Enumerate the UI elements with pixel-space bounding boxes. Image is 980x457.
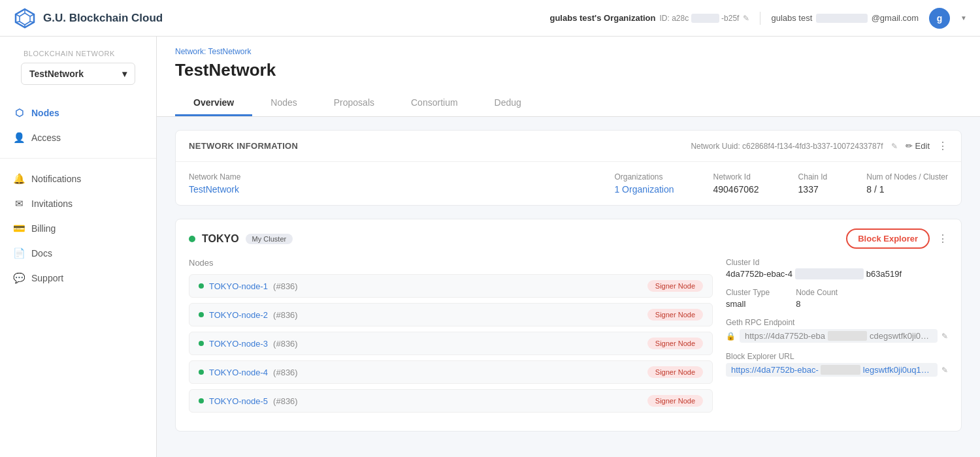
logo-text: G.U. Blockchain Cloud — [43, 12, 163, 25]
sidebar-item-billing[interactable]: 💳 Billing — [0, 216, 156, 241]
node-status-dot — [199, 370, 204, 375]
cluster-card: TOKYO My Cluster Block Explorer ⋮ Nodes — [175, 219, 962, 432]
node-name[interactable]: TOKYO-node-5 — [209, 396, 268, 406]
node-status-dot — [199, 341, 204, 346]
sidebar-item-nodes[interactable]: ⬡ Nodes — [0, 101, 156, 125]
copy-org-id-icon[interactable]: ✎ — [743, 14, 749, 23]
block-explorer-url-endpoint: https://4da7752b-ebac- ████ legswtfk0ji0… — [726, 363, 948, 377]
signer-badge: Signer Node — [647, 338, 703, 349]
sidebar-item-docs[interactable]: 📄 Docs — [0, 241, 156, 266]
user-name: gulabs test — [771, 13, 812, 23]
avatar[interactable]: g — [929, 8, 950, 29]
node-status-dot — [199, 398, 204, 403]
sidebar: Blockchain Network TestNetwork ▾ ⬡ Nodes… — [0, 37, 157, 457]
tab-overview[interactable]: Overview — [175, 91, 252, 116]
node-row: TOKYO-node-2 (#836) Signer Node — [189, 303, 713, 326]
cluster-id-blur: ████████ — [795, 268, 864, 279]
node-status-dot — [199, 283, 204, 289]
node-block: (#836) — [273, 396, 298, 406]
pencil-icon: ✏ — [906, 141, 913, 151]
more-options-button[interactable]: ⋮ — [938, 140, 948, 152]
geth-rpc-label: Geth RPC Endpoint — [726, 318, 948, 327]
credit-card-icon: 💳 — [13, 223, 25, 234]
network-info-title: Network Information — [189, 141, 298, 151]
user-menu-chevron-icon[interactable]: ▼ — [960, 14, 967, 22]
network-name-value: TestNetwork — [189, 184, 614, 195]
node-block: (#836) — [273, 310, 298, 320]
signer-badge: Signer Node — [647, 366, 703, 378]
copy-block-explorer-url-icon[interactable]: ✎ — [941, 366, 948, 375]
cluster-name: TOKYO — [202, 233, 239, 245]
cluster-more-options-button[interactable]: ⋮ — [938, 232, 948, 245]
org-stat-label: Organizations — [614, 172, 674, 181]
chain-id-value: 1337 — [798, 184, 828, 195]
network-info-card: Network Information Network Uuid: c62868… — [175, 130, 962, 206]
sidebar-access-label: Access — [31, 133, 61, 143]
cluster-type-label: Cluster Type — [726, 288, 770, 297]
geth-rpc-endpoint: 🔒 https://4da7752b-eba ████ cdegswtfk0ji… — [726, 329, 948, 343]
block-explorer-url-label: Block Explorer URL — [726, 352, 948, 361]
cluster-status-dot — [189, 236, 195, 242]
block-explorer-url-value: https://4da7752b-ebac- ████ legswtfk0ji0… — [726, 363, 938, 377]
tab-nodes[interactable]: Nodes — [252, 91, 315, 116]
stat-chain-id: Chain Id 1337 — [798, 172, 828, 195]
bell-icon: 🔔 — [13, 173, 25, 185]
sidebar-support-label: Support — [31, 273, 63, 283]
node-name[interactable]: TOKYO-node-1 — [209, 281, 268, 291]
node-count-section: Node Count 8 — [796, 288, 838, 309]
tab-consortium[interactable]: Consortium — [393, 91, 476, 116]
org-id-blur: ████ — [691, 14, 719, 23]
sidebar-invitations-label: Invitations — [31, 198, 73, 209]
chain-id-label: Chain Id — [798, 172, 828, 181]
network-uuid: Network Uuid: c62868f4-f134-4fd3-b337-10… — [691, 142, 883, 151]
logo: G.U. Blockchain Cloud — [13, 7, 163, 30]
network-stats: Organizations 1 Organization Network Id … — [614, 172, 948, 195]
cluster-type-row: Cluster Type small Node Count 8 — [726, 288, 948, 309]
breadcrumb: Network: TestNetwork — [175, 47, 962, 56]
node-block: (#836) — [273, 339, 298, 349]
tab-debug[interactable]: Dedug — [476, 91, 540, 116]
node-name[interactable]: TOKYO-node-2 — [209, 310, 268, 320]
node-count-label: Node Count — [796, 288, 838, 297]
network-info-card-header: Network Information Network Uuid: c62868… — [176, 131, 961, 162]
sidebar-item-notifications[interactable]: 🔔 Notifications — [0, 166, 156, 191]
block-explorer-button[interactable]: Block Explorer — [846, 228, 930, 249]
node-name[interactable]: TOKYO-node-3 — [209, 339, 268, 349]
stat-num-nodes: Num of Nodes / Cluster 8 / 1 — [866, 172, 948, 195]
copy-geth-rpc-icon[interactable]: ✎ — [941, 332, 948, 341]
share-icon: ⬡ — [13, 107, 25, 119]
tab-proposals[interactable]: Proposals — [316, 91, 393, 116]
node-row: TOKYO-node-1 (#836) Signer Node — [189, 274, 713, 298]
node-row: TOKYO-node-3 (#836) Signer Node — [189, 332, 713, 355]
sidebar-notifications-label: Notifications — [31, 174, 81, 184]
geth-rpc-row: Geth RPC Endpoint 🔒 https://4da7752b-eba… — [726, 318, 948, 343]
copy-uuid-icon[interactable]: ✎ — [891, 142, 898, 151]
sidebar-separator — [0, 158, 156, 159]
node-block: (#836) — [273, 281, 298, 291]
signer-badge: Signer Node — [647, 395, 703, 407]
sidebar-item-support[interactable]: 💬 Support — [0, 266, 156, 291]
node-status-dot — [199, 312, 204, 317]
tabs: Overview Nodes Proposals Consortium Dedu… — [175, 91, 962, 116]
node-row: TOKYO-node-5 (#836) Signer Node — [189, 389, 713, 413]
network-select-chevron-icon: ▾ — [122, 69, 127, 79]
node-name[interactable]: TOKYO-node-4 — [209, 368, 268, 377]
network-select-value: TestNetwork — [29, 69, 84, 79]
geth-rpc-value: https://4da7752b-eba ████ cdegswtfk0ji0u… — [740, 329, 938, 343]
network-name-label: Network Name — [189, 172, 614, 181]
network-selector[interactable]: TestNetwork ▾ — [21, 63, 135, 85]
edit-button[interactable]: ✏ Edit — [906, 141, 930, 151]
sidebar-nodes-label: Nodes — [31, 108, 59, 118]
user-email-blur: ████████ — [816, 14, 867, 23]
network-id-label: Network Id — [713, 172, 759, 181]
node-row: TOKYO-node-4 (#836) Signer Node — [189, 360, 713, 384]
org-info: gulabs test's Organization ID: a28c ████… — [549, 13, 749, 23]
org-stat-value[interactable]: 1 Organization — [614, 184, 674, 195]
org-id: ID: a28c ████ -b25f — [659, 14, 739, 23]
stat-organizations: Organizations 1 Organization — [614, 172, 674, 195]
svg-marker-1 — [20, 13, 30, 25]
breadcrumb-link[interactable]: Network: TestNetwork — [175, 47, 251, 56]
sidebar-item-invitations[interactable]: ✉ Invitations — [0, 191, 156, 216]
node-count-value: 8 — [796, 299, 838, 309]
sidebar-item-access[interactable]: 👤 Access — [0, 125, 156, 150]
